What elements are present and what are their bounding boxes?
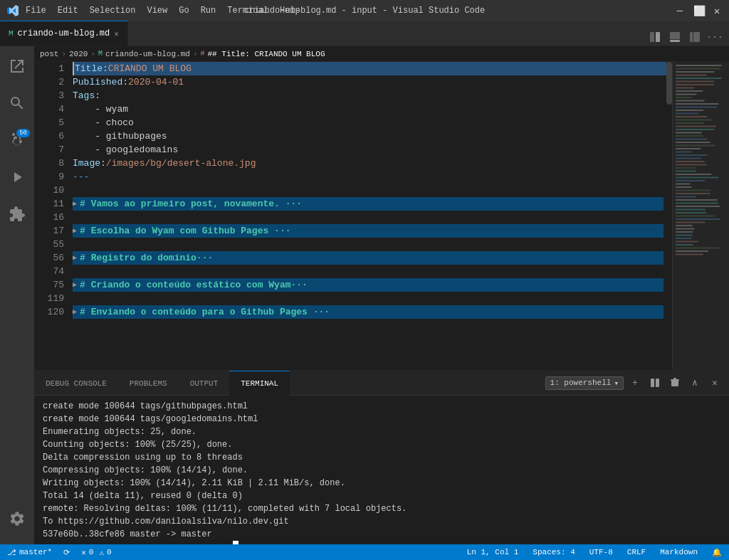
status-bar: ⎇ master* ⟳ ✕ 0 ⚠ 0 Ln 1, Col 1 Spaces: … bbox=[0, 544, 729, 560]
warning-icon: ⚠ bbox=[99, 548, 104, 557]
panel-close-button[interactable]: ✕ bbox=[706, 374, 723, 391]
menu-file[interactable]: File bbox=[26, 6, 46, 16]
kill-terminal-button[interactable] bbox=[666, 374, 683, 391]
code-line-7: - googledomains bbox=[73, 143, 666, 157]
close-button[interactable]: ✕ bbox=[712, 5, 722, 17]
code-line-2: Published: 2020-04-01 bbox=[73, 75, 666, 89]
terminal-line-3: Enumerating objects: 25, done. bbox=[43, 426, 720, 438]
activity-settings[interactable] bbox=[0, 504, 34, 539]
code-line-120[interactable]: ▶ # Enviando o conteúdo para o Github Pa… bbox=[73, 305, 664, 319]
code-line-74 bbox=[73, 265, 666, 278]
new-terminal-button[interactable]: + bbox=[626, 374, 644, 391]
code-editor[interactable]: 1 2 3 4 5 6 7 8 9 10 11 16 17 55 56 74 7 bbox=[34, 62, 729, 370]
code-line-10 bbox=[73, 184, 666, 197]
terminal-line-6: Compressing objects: 100% (14/14), done. bbox=[43, 464, 720, 477]
activity-run[interactable] bbox=[0, 160, 34, 194]
activity-extensions[interactable] bbox=[0, 197, 34, 231]
encoding-item[interactable]: UTF-8 bbox=[587, 544, 616, 560]
svg-rect-2 bbox=[670, 32, 680, 39]
code-line-17[interactable]: ▶ # Escolha do Wyam com Github Pages ··· bbox=[73, 224, 664, 238]
code-line-8: Image: /images/bg/desert-alone.jpg bbox=[73, 157, 666, 170]
sync-icon: ⟳ bbox=[63, 548, 70, 557]
git-branch-label: master* bbox=[19, 548, 52, 556]
indentation-label: Spaces: 4 bbox=[533, 548, 575, 556]
code-line-16 bbox=[73, 211, 666, 224]
tab-close-button[interactable]: ✕ bbox=[114, 29, 119, 38]
tab-debug-console[interactable]: DEBUG CONSOLE bbox=[34, 371, 118, 396]
activity-source-control[interactable]: 50 bbox=[0, 123, 34, 157]
cursor-position-item[interactable]: Ln 1, Col 1 bbox=[464, 544, 522, 560]
svg-rect-9 bbox=[673, 378, 676, 379]
tab-bar: M criando-um-blog.md ✕ ··· bbox=[0, 21, 729, 46]
menu-go[interactable]: Go bbox=[179, 6, 189, 16]
svg-rect-8 bbox=[671, 379, 679, 381]
tab-problems[interactable]: PROBLEMS bbox=[118, 371, 179, 396]
terminal-tabs: DEBUG CONSOLE PROBLEMS OUTPUT TERMINAL 1… bbox=[34, 371, 729, 396]
editor-scrollbar-thumb[interactable] bbox=[666, 62, 672, 105]
editor-scrollbar[interactable] bbox=[666, 62, 672, 370]
breadcrumb-year[interactable]: 2020 bbox=[69, 50, 88, 58]
language-label: Markdown bbox=[660, 548, 698, 556]
terminal-line-8: Total 14 (delta 11), reused 0 (delta 0) bbox=[43, 490, 720, 502]
menu-view[interactable]: View bbox=[147, 6, 167, 16]
fold-arrow-11[interactable]: ▶ bbox=[73, 197, 77, 211]
errors-item[interactable]: ✕ 0 ⚠ 0 bbox=[78, 544, 114, 560]
cursor bbox=[73, 62, 74, 75]
code-line-56[interactable]: ▶ # Registro do domínio··· bbox=[73, 251, 664, 265]
code-line-75[interactable]: ▶ # Criando o conteúdo estático com Wyam… bbox=[73, 278, 664, 292]
git-branch-item[interactable]: ⎇ master* bbox=[4, 544, 55, 560]
svg-rect-6 bbox=[651, 379, 654, 387]
tab-output[interactable]: OUTPUT bbox=[179, 371, 230, 396]
more-actions-button[interactable]: ··· bbox=[706, 28, 723, 46]
editor-layout: 50 post › bbox=[0, 46, 729, 544]
code-line-11[interactable]: ▶ # Vamos ao primeiro post, novamente. ·… bbox=[73, 197, 664, 211]
breadcrumb-filename[interactable]: criando-um-blog.md bbox=[105, 50, 190, 58]
chevron-down-icon: ▾ bbox=[614, 379, 619, 388]
minimap bbox=[672, 62, 729, 370]
minimize-button[interactable]: — bbox=[675, 5, 685, 16]
svg-rect-5 bbox=[693, 32, 700, 42]
language-item[interactable]: Markdown bbox=[657, 544, 701, 560]
activity-explorer[interactable] bbox=[0, 49, 34, 83]
terminal-shell-label: 1: powershell bbox=[550, 379, 612, 387]
tab-criando-um-blog[interactable]: M criando-um-blog.md ✕ bbox=[0, 21, 128, 46]
indentation-item[interactable]: Spaces: 4 bbox=[530, 544, 577, 560]
menu-edit[interactable]: Edit bbox=[58, 6, 78, 16]
breadcrumb-post[interactable]: post bbox=[40, 50, 58, 58]
editor-main: post › 2020 › M criando-um-blog.md › # #… bbox=[34, 46, 729, 544]
split-editor-button[interactable] bbox=[646, 28, 664, 46]
panel-maximize-button[interactable]: ∧ bbox=[686, 374, 703, 391]
bell-icon: 🔔 bbox=[712, 548, 722, 557]
sync-item[interactable]: ⟳ bbox=[61, 544, 73, 560]
status-bar-left: ⎇ master* ⟳ ✕ 0 ⚠ 0 bbox=[4, 544, 115, 560]
svg-rect-3 bbox=[670, 40, 680, 42]
split-terminal-button[interactable] bbox=[646, 374, 664, 391]
fold-arrow-75[interactable]: ▶ bbox=[73, 278, 77, 292]
notification-icon[interactable]: 🔔 bbox=[709, 544, 725, 560]
fold-arrow-56[interactable]: ▶ bbox=[73, 251, 77, 265]
line-ending-item[interactable]: CRLF bbox=[624, 544, 649, 560]
terminal-shell-dropdown[interactable]: 1: powershell ▾ bbox=[545, 376, 624, 390]
terminal-line-9: remote: Resolving deltas: 100% (11/11), … bbox=[43, 502, 720, 515]
line-numbers: 1 2 3 4 5 6 7 8 9 10 11 16 17 55 56 74 7 bbox=[34, 62, 70, 370]
title-bar: File Edit Selection View Go Run Terminal… bbox=[0, 0, 729, 21]
error-icon: ✕ bbox=[81, 548, 86, 557]
warnings-count: 0 bbox=[107, 548, 112, 556]
breadcrumb-section[interactable]: ## Title: CRIANDO UM BLOG bbox=[208, 50, 325, 58]
toggle-panel-button[interactable] bbox=[666, 28, 683, 46]
activity-search[interactable] bbox=[0, 86, 34, 120]
menu-run[interactable]: Run bbox=[201, 6, 216, 16]
maximize-button[interactable]: ⬜ bbox=[693, 5, 703, 17]
svg-rect-1 bbox=[656, 32, 660, 42]
fold-arrow-120[interactable]: ▶ bbox=[73, 305, 77, 319]
activity-bar: 50 bbox=[0, 46, 34, 544]
tab-terminal[interactable]: TERMINAL bbox=[229, 371, 290, 396]
window-title: criando-um-blog.md - input - Visual Stud… bbox=[244, 6, 485, 16]
code-line-9: --- bbox=[73, 170, 666, 184]
minimap-canvas bbox=[673, 62, 729, 275]
editor-layout-button[interactable] bbox=[686, 28, 703, 46]
fold-arrow-17[interactable]: ▶ bbox=[73, 224, 77, 238]
menu-selection[interactable]: Selection bbox=[90, 6, 136, 16]
terminal-content[interactable]: create mode 100644 tags/githubpages.html… bbox=[34, 396, 729, 544]
code-content[interactable]: Title: CRIANDO UM BLOG Published: 2020-0… bbox=[70, 62, 666, 370]
